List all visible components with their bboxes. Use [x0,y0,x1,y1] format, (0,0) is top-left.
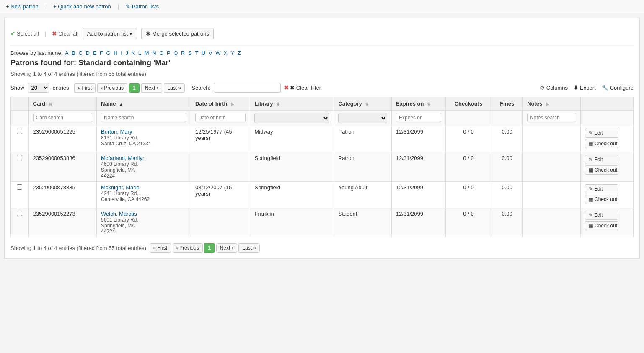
clear-filter-label: ✖ Clear filter [290,85,321,91]
browse-letter-S[interactable]: S [188,50,192,56]
notes-filter-input[interactable] [527,113,576,122]
browse-letter-Y[interactable]: Y [230,50,234,56]
prev-page-button[interactable]: ‹ Previous [97,83,127,93]
browse-letter-V[interactable]: V [209,50,212,56]
sort-expires-icon[interactable]: ⇅ [427,102,430,106]
browse-letter-W[interactable]: W [215,50,220,56]
clear-filter-button[interactable]: ✖ ✖ Clear filter [284,85,321,91]
th-name: Name ▲ [97,97,191,111]
show-label: Show [10,85,24,91]
patron-lists-btn[interactable]: ✎ Patron lists [126,3,159,10]
sort-name-icon[interactable]: ▲ [119,102,123,106]
row-category: Student [334,208,392,237]
browse-letter-P[interactable]: P [167,50,171,56]
sort-card-icon[interactable]: ⇅ [49,102,52,106]
th-notes: Notes ⇅ [523,97,581,111]
row-name: Burton, Mary8131 Library Rd. Santa Cruz,… [97,126,191,152]
browse-letter-T[interactable]: T [195,50,198,56]
card-filter-input[interactable] [33,113,93,122]
row-library: Springfield [250,182,334,208]
next-page-button[interactable]: Next › [141,83,162,93]
clear-all-button[interactable]: ✖ Clear all [52,31,78,37]
export-button[interactable]: ⬇ Export [574,85,596,91]
bottom-first-button[interactable]: « First [150,243,171,253]
configure-button[interactable]: 🔧 Configure [602,85,634,91]
search-input[interactable] [214,83,281,93]
select-all-button[interactable]: ✔ Select all [10,31,39,37]
columns-label: Columns [546,85,568,91]
row-checkbox[interactable] [17,155,22,160]
row-checkbox[interactable] [17,184,22,190]
export-icon: ⬇ [574,85,578,91]
browse-letter-K[interactable]: K [132,50,135,56]
bottom-next-button[interactable]: Next › [216,243,237,253]
gear-icon: ⚙ [540,85,545,91]
row-library: Franklin [250,208,334,237]
patron-name-link[interactable]: Burton, Mary [101,129,132,135]
columns-button[interactable]: ⚙ Columns [540,85,568,91]
name-filter-input[interactable] [101,113,186,122]
row-checkouts: 0 / 0 [445,152,491,182]
th-category: Category ⇅ [334,97,392,111]
show-entries-select[interactable]: 102050100 [28,83,49,93]
patron-name-link[interactable]: Welch, Marcus [101,211,137,217]
edit-button[interactable]: ✎ Edit [585,129,618,138]
row-category: Young Adult [334,182,392,208]
browse-letter-X[interactable]: X [224,50,228,56]
new-patron-btn[interactable]: + New patron [6,3,39,10]
filter-fines-cell [491,111,523,126]
checkout-button[interactable]: ▦ Check out [585,165,618,175]
browse-letter-D[interactable]: D [86,50,90,56]
filter-card-cell [28,111,97,126]
sort-notes-icon[interactable]: ⇅ [546,102,549,106]
browse-letter-U[interactable]: U [202,50,205,56]
browse-letter-Z[interactable]: Z [238,50,241,56]
patron-name-link[interactable]: Mcknight, Marie [101,184,140,191]
patron-name-link[interactable]: Mcfarland, Marilyn [101,155,145,161]
edit-button[interactable]: ✎ Edit [585,184,618,193]
row-name: Mcfarland, Marilyn4600 Library Rd. Sprin… [97,152,191,182]
browse-letter-F[interactable]: F [100,50,103,56]
browse-letter-B[interactable]: B [72,50,75,56]
bottom-last-button[interactable]: Last » [238,243,260,253]
browse-line: Browse by last name: A B C D E F G H I J… [10,50,634,56]
first-page-button[interactable]: « First [74,83,96,93]
sort-dob-icon[interactable]: ⇅ [230,102,234,106]
browse-letter-I[interactable]: I [121,50,122,56]
browse-letter-J[interactable]: J [125,50,128,56]
browse-letter-E[interactable]: E [93,50,97,56]
sort-category-icon[interactable]: ⇅ [365,102,368,106]
edit-button[interactable]: ✎ Edit [585,211,618,220]
add-to-patron-list-button[interactable]: Add to patron list ▾ [83,28,137,39]
browse-letter-A[interactable]: A [65,50,69,56]
checkout-button[interactable]: ▦ Check out [585,195,618,204]
dob-filter-input[interactable] [195,113,246,122]
edit-button[interactable]: ✎ Edit [585,155,618,164]
browse-letter-N[interactable]: N [152,50,156,56]
row-checkbox[interactable] [17,129,22,134]
browse-letter-O[interactable]: O [159,50,163,56]
quick-add-patron-btn[interactable]: + Quick add new patron [53,3,111,10]
sort-library-icon[interactable]: ⇅ [276,102,279,106]
row-checkouts: 0 / 0 [445,126,491,152]
browse-letter-R[interactable]: R [181,50,185,56]
expires-filter-input[interactable] [396,113,441,122]
merge-selected-button[interactable]: ✱ Merge selected patrons [141,28,213,39]
filter-dob-cell [191,111,250,126]
browse-letter-G[interactable]: G [106,50,110,56]
controls-row: Show 102050100 entries « First ‹ Previou… [10,83,634,93]
category-filter-select[interactable] [338,113,387,123]
checkout-button[interactable]: ▦ Check out [585,221,618,230]
table-row: 23529000152273Welch, Marcus5601 Library … [11,208,634,237]
browse-letter-M[interactable]: M [145,50,149,56]
library-filter-select[interactable] [254,113,329,123]
checkout-button[interactable]: ▦ Check out [585,139,618,148]
row-checkbox[interactable] [17,211,22,216]
bottom-prev-button[interactable]: ‹ Previous [173,243,203,253]
toolbar-sep1: | [45,3,47,10]
browse-letter-L[interactable]: L [138,50,141,56]
browse-letter-C[interactable]: C [79,50,83,56]
last-page-button[interactable]: Last » [164,83,185,93]
browse-letter-H[interactable]: H [114,50,117,56]
browse-letter-Q[interactable]: Q [173,50,178,56]
